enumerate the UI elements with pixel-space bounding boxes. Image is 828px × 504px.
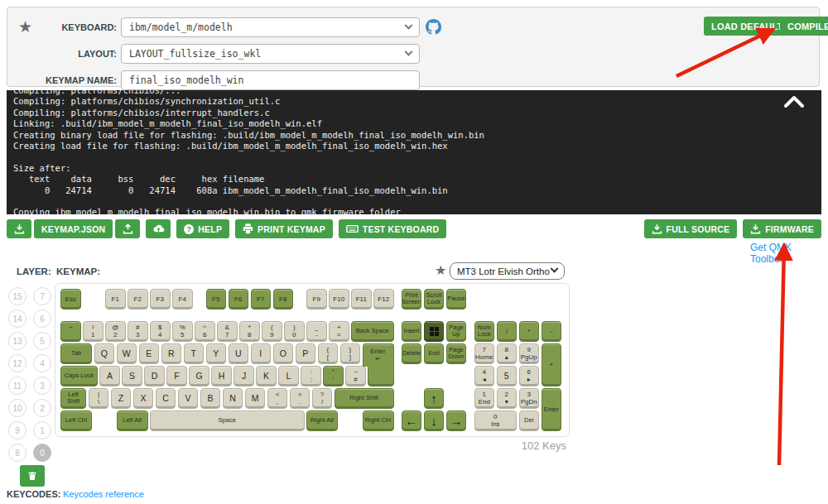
layer-8[interactable]: 8 <box>8 444 26 462</box>
layer-13[interactable]: 13 <box>8 332 26 350</box>
layer-4[interactable]: 4 <box>33 354 51 372</box>
key-u[interactable]: U <box>229 343 249 364</box>
key-3[interactable]: 3PgDn <box>519 388 540 409</box>
get-qmk-toolbox-link[interactable]: Get QMK Toolbox <box>750 242 828 265</box>
layer-0[interactable]: 0 <box>33 444 51 462</box>
key-win[interactable] <box>424 321 445 342</box>
key-tab[interactable]: Tab <box>60 343 92 364</box>
layer-5[interactable]: 5 <box>33 332 51 350</box>
key-sym[interactable]: _- <box>306 321 327 342</box>
key-sym[interactable]: ↑ <box>424 388 445 409</box>
compile-button[interactable]: COMPILE <box>780 17 828 36</box>
key-2[interactable]: 2▾ <box>497 388 518 409</box>
key-m[interactable]: M <box>245 388 266 409</box>
cloud-upload-button[interactable] <box>146 219 171 238</box>
key-t[interactable]: T <box>184 343 205 364</box>
key-e[interactable]: E <box>139 343 160 364</box>
key-5[interactable]: 5 <box>497 366 518 386</box>
key-sym[interactable]: / <box>497 321 518 342</box>
key-y[interactable]: Y <box>206 343 227 364</box>
key-sym[interactable]: #3 <box>128 321 148 342</box>
key-i[interactable]: I <box>251 343 272 364</box>
key-sym[interactable]: >. <box>290 388 310 409</box>
key-r[interactable]: R <box>161 343 182 364</box>
key-1[interactable]: 1End <box>474 388 495 409</box>
key-n[interactable]: N <box>223 388 243 409</box>
key-sym[interactable]: !1 <box>83 321 104 342</box>
key-f11[interactable]: F11 <box>351 289 372 310</box>
key-sym[interactable]: }] <box>340 343 361 364</box>
key-sym[interactable]: ~# <box>345 366 366 386</box>
print-keymap-button[interactable]: PRINT KEYMAP <box>235 219 333 238</box>
key-rightshift[interactable]: Right Shift <box>335 388 394 409</box>
key-f9[interactable]: F9 <box>306 289 327 310</box>
key-f10[interactable]: F10 <box>329 289 349 310</box>
key-insert[interactable]: Insert <box>402 321 422 342</box>
layout-select[interactable]: LAYOUT_fullsize_iso_wkl <box>121 44 420 64</box>
key-enter-iso[interactable]: Enter↵ <box>363 343 394 367</box>
key-k[interactable]: K <box>256 366 277 386</box>
layer-3[interactable]: 3 <box>33 377 51 395</box>
key-sym[interactable]: (9 <box>262 321 282 342</box>
key-space[interactable]: Space <box>150 410 305 431</box>
key-del[interactable]: Del <box>519 410 540 431</box>
key-b[interactable]: B <box>200 388 221 409</box>
key-d[interactable]: D <box>144 366 165 386</box>
keymap-json-download-button[interactable] <box>7 219 31 238</box>
key-p[interactable]: P <box>296 343 316 364</box>
layer-9[interactable]: 9 <box>8 421 26 439</box>
key-f[interactable]: F <box>166 366 187 386</box>
keymap-favorite-star-icon[interactable]: ★ <box>435 262 446 278</box>
key-9[interactable]: 9PgUp <box>519 343 540 364</box>
key-sym[interactable]: $4 <box>150 321 171 342</box>
key-esc[interactable]: Esc <box>60 289 81 310</box>
key-leftctrl[interactable]: Left Ctrl <box>60 410 92 431</box>
key-6[interactable]: 6▸ <box>519 366 540 386</box>
key-o[interactable]: O <box>273 343 294 364</box>
layer-1[interactable]: 1 <box>33 421 51 439</box>
key-sym[interactable]: ?/ <box>312 388 333 409</box>
key-enter[interactable]: Enter <box>542 388 562 431</box>
key-z[interactable]: Z <box>111 388 132 409</box>
key-c[interactable]: C <box>156 388 176 409</box>
key-sym[interactable]: )0 <box>284 321 305 342</box>
firmware-button[interactable]: FIRMWARE <box>743 219 821 238</box>
key-f4[interactable]: F4 <box>172 289 193 310</box>
key-0[interactable]: 0Ins <box>474 410 518 431</box>
key-f12[interactable]: F12 <box>373 289 394 310</box>
key-x[interactable]: X <box>133 388 154 409</box>
layer-6[interactable]: 6 <box>33 310 51 328</box>
key-f6[interactable]: F6 <box>229 289 249 310</box>
key-sym[interactable]: ← <box>402 410 422 431</box>
key-leftalt[interactable]: Left Alt <box>117 410 148 431</box>
key-l[interactable]: L <box>278 366 299 386</box>
console-collapse-icon[interactable] <box>783 95 805 108</box>
keymap-name-input[interactable] <box>121 70 420 90</box>
key-sym[interactable]: &7 <box>217 321 238 342</box>
test-keyboard-button[interactable]: TEST KEYBOARD <box>339 219 446 238</box>
key-sym[interactable]: ↓ <box>424 410 445 431</box>
key-g[interactable]: G <box>189 366 209 386</box>
key-f5[interactable]: F5 <box>206 289 227 310</box>
layer-15[interactable]: 15 <box>8 287 26 305</box>
key-sym[interactable]: {[ <box>318 343 339 364</box>
key-s[interactable]: S <box>122 366 142 386</box>
key-sym[interactable]: @2 <box>105 321 126 342</box>
key-page[interactable]: PageUp <box>446 321 467 342</box>
keymap-select[interactable]: MT3 Lotr Elvish Ortho <box>450 262 565 280</box>
key-v[interactable]: V <box>178 388 199 409</box>
key-sym[interactable]: %5 <box>172 321 193 342</box>
key-8[interactable]: 8▴ <box>497 343 518 364</box>
key-sym[interactable]: += <box>329 321 349 342</box>
key-f2[interactable]: F2 <box>128 289 148 310</box>
key-sym[interactable]: ~` <box>60 321 81 342</box>
key-end[interactable]: End <box>424 343 445 364</box>
key-scroll[interactable]: ScrollLock <box>424 289 445 310</box>
key-num[interactable]: NumLock <box>474 321 495 342</box>
layer-7[interactable]: 7 <box>33 287 51 305</box>
key-a[interactable]: A <box>99 366 120 386</box>
key-f7[interactable]: F7 <box>251 289 272 310</box>
keymap-json-button[interactable]: KEYMAP.JSON <box>34 219 113 238</box>
full-source-button[interactable]: FULL SOURCE <box>644 219 738 238</box>
keyboard-select[interactable]: ibm/model_m/modelh <box>121 17 420 37</box>
